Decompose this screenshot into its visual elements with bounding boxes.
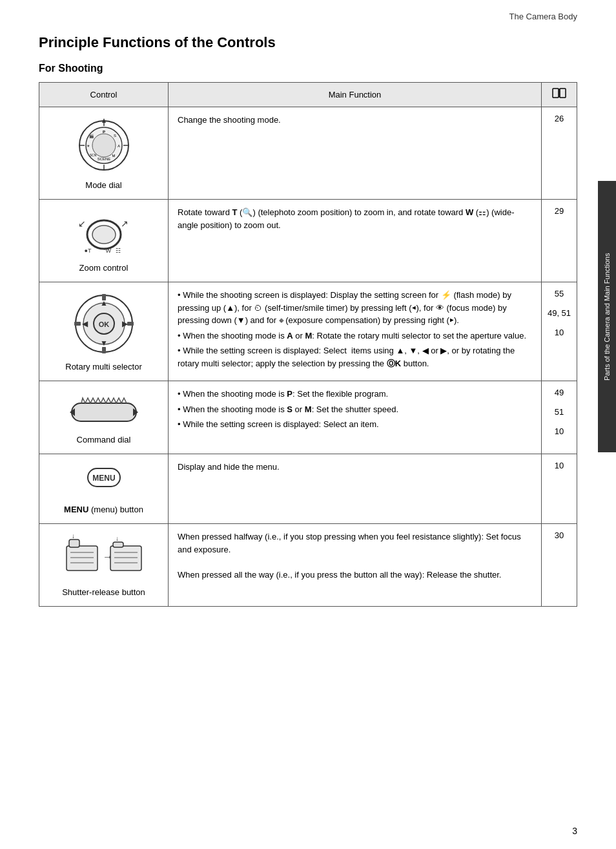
function-cell-mode-dial: Change the shooting mode. xyxy=(169,107,542,200)
table-row: → ↓ ↓ Shutter-release but xyxy=(39,524,577,607)
cmd-bullet-2: When the shooting mode is S or M: Set th… xyxy=(178,403,532,416)
shutter-release-label: Shutter-release button xyxy=(45,587,163,597)
table-header-function: Main Function xyxy=(169,83,542,107)
mode-dial-icon: P S A M SCENE SCN ☀ 🎬 xyxy=(75,116,133,174)
svg-text:☷: ☷ xyxy=(116,247,121,254)
cmd-page-2: 51 xyxy=(547,407,571,417)
control-cell-command-dial: Command dial xyxy=(39,381,169,454)
section-title: For Shooting xyxy=(39,63,577,74)
control-cell-shutter: → ↓ ↓ Shutter-release but xyxy=(39,524,169,607)
menu-button-label: MENU (menu) button xyxy=(45,505,163,514)
table-row: MENU MENU (menu) button Display and hide… xyxy=(39,454,577,524)
command-dial-label: Command dial xyxy=(45,435,163,445)
svg-text:▶: ▶ xyxy=(121,319,128,328)
svg-rect-43 xyxy=(67,546,98,571)
svg-text:°W: °W xyxy=(103,247,111,254)
function-cell-rotary: While the shooting screen is displayed: … xyxy=(169,282,542,381)
svg-text:▲: ▲ xyxy=(100,299,108,308)
control-cell-rotary: OK ▲ ▼ ◀ ▶ Rotary multi selector xyxy=(39,282,169,381)
page-num-1: 55 xyxy=(547,289,571,299)
cmd-bullet-1: When the shooting mode is P: Set the fle… xyxy=(178,388,532,401)
control-cell-zoom: ↙ ↗ ●T °W ☷ Zoom control xyxy=(39,200,169,282)
svg-text:P: P xyxy=(102,130,105,134)
command-dial-icon xyxy=(68,390,139,429)
svg-text:MENU: MENU xyxy=(92,474,115,483)
table-row: Command dial When the shooting mode is P… xyxy=(39,381,577,454)
page-cell-mode-dial: 26 xyxy=(542,107,577,200)
table-row: OK ▲ ▼ ◀ ▶ Rotary multi selector While t… xyxy=(39,282,577,381)
cmd-page-3: 10 xyxy=(547,426,571,436)
svg-text:SCENE: SCENE xyxy=(97,157,110,161)
page-cell-command-dial: 49 51 10 xyxy=(542,381,577,454)
function-cell-command-dial: When the shooting mode is P: Set the fle… xyxy=(169,381,542,454)
svg-text:◀: ◀ xyxy=(81,319,88,328)
shutter-release-icon: → ↓ ↓ xyxy=(65,533,143,582)
svg-text:OK: OK xyxy=(98,320,109,328)
page-number: 3 xyxy=(572,826,577,836)
page-title: Principle Functions of the Controls xyxy=(39,34,577,51)
svg-text:S: S xyxy=(113,134,116,138)
book-icon xyxy=(552,88,566,100)
svg-rect-29 xyxy=(74,322,81,326)
svg-text:SCN: SCN xyxy=(89,153,96,157)
svg-rect-49 xyxy=(110,546,141,571)
svg-text:●T: ●T xyxy=(84,247,91,254)
page-cell-menu: 10 xyxy=(542,454,577,524)
svg-text:M: M xyxy=(112,154,115,158)
svg-rect-30 xyxy=(127,322,134,326)
function-cell-zoom: Rotate toward T (🔍) (telephoto zoom posi… xyxy=(169,200,542,282)
svg-text:A: A xyxy=(117,144,119,148)
table-row: ↙ ↗ ●T °W ☷ Zoom control Rotate toward T… xyxy=(39,200,577,282)
rotary-multi-selector-icon: OK ▲ ▼ ◀ ▶ xyxy=(72,291,136,356)
svg-text:↗: ↗ xyxy=(121,218,128,229)
menu-button-icon: MENU xyxy=(78,463,130,499)
cmd-page-1: 49 xyxy=(547,388,571,397)
mode-dial-label: Mode dial xyxy=(45,180,163,190)
svg-text:↓: ↓ xyxy=(72,533,75,540)
control-cell-mode-dial: P S A M SCENE SCN ☀ 🎬 Mode dial xyxy=(39,107,169,200)
svg-text:☀: ☀ xyxy=(86,144,89,148)
page-num-2: 49, 51 xyxy=(547,308,571,318)
svg-rect-38 xyxy=(72,403,136,421)
svg-rect-28 xyxy=(102,347,106,353)
side-tab-text: Parts of the Camera and Main Functions xyxy=(602,253,611,380)
svg-rect-0 xyxy=(553,89,559,98)
svg-text:▼: ▼ xyxy=(100,339,108,348)
svg-text:↙: ↙ xyxy=(78,218,86,229)
page-num-3: 10 xyxy=(547,328,571,337)
svg-text:🎬: 🎬 xyxy=(88,134,94,139)
bullet-3: While the setting screen is displayed: S… xyxy=(178,344,532,370)
page-header: The Camera Body xyxy=(0,0,616,28)
cmd-bullet-3: While the setting screen is displayed: S… xyxy=(178,418,532,431)
table-header-page xyxy=(542,83,577,107)
table-row: P S A M SCENE SCN ☀ 🎬 Mode dial Change t xyxy=(39,107,577,200)
svg-rect-50 xyxy=(113,542,123,547)
svg-text:↓: ↓ xyxy=(116,535,119,542)
header-title: The Camera Body xyxy=(509,12,578,21)
page-cell-rotary: 55 49, 51 10 xyxy=(542,282,577,381)
side-tab: Parts of the Camera and Main Functions xyxy=(598,181,616,452)
controls-table: Control Main Function xyxy=(39,82,577,607)
page-cell-zoom: 29 xyxy=(542,200,577,282)
function-cell-shutter: When pressed halfway (i.e., if you stop … xyxy=(169,524,542,607)
zoom-control-icon: ↙ ↗ ●T °W ☷ xyxy=(72,209,136,257)
zoom-control-label: Zoom control xyxy=(45,263,163,273)
function-cell-menu: Display and hide the menu. xyxy=(169,454,542,524)
svg-rect-44 xyxy=(69,540,79,547)
page-cell-shutter: 30 xyxy=(542,524,577,607)
rotary-multi-selector-label: Rotary multi selector xyxy=(45,362,163,372)
svg-point-20 xyxy=(92,225,116,244)
content-area: Principle Functions of the Controls For … xyxy=(0,28,616,626)
table-header-control: Control xyxy=(39,83,169,107)
bullet-1: While the shooting screen is displayed: … xyxy=(178,289,532,327)
control-cell-menu: MENU MENU (menu) button xyxy=(39,454,169,524)
svg-rect-1 xyxy=(560,89,566,98)
bullet-2: When the shooting mode is A or M: Rotate… xyxy=(178,330,532,342)
